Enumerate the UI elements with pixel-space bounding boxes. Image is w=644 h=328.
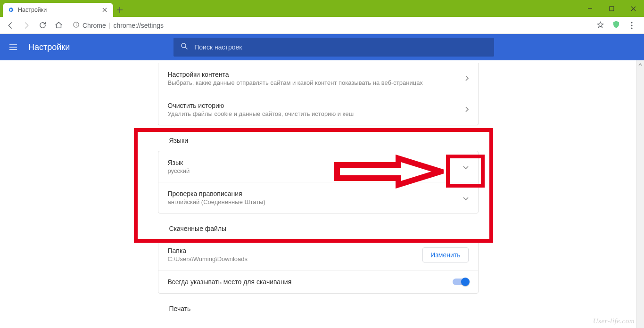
svg-point-6 <box>182 43 186 48</box>
settings-content: Настройки контента Выбрать, какие данные… <box>0 60 636 328</box>
menu-icon[interactable] <box>8 41 19 53</box>
row-title: Проверка правописания <box>168 190 463 197</box>
new-tab-button[interactable] <box>113 3 126 17</box>
page-title: Настройки <box>28 42 70 52</box>
forward-button[interactable] <box>20 19 33 32</box>
spellcheck-row[interactable]: Проверка правописания английский (Соедин… <box>158 182 478 213</box>
reload-button[interactable] <box>36 19 49 32</box>
row-subtitle: Выбрать, какие данные отправлять сайтам … <box>168 79 465 86</box>
browser-titlebar: Настройки <box>0 0 644 17</box>
chevron-right-icon <box>465 106 469 114</box>
maximize-button[interactable] <box>601 0 622 17</box>
row-title: Папка <box>168 247 423 254</box>
overflow-menu-icon[interactable] <box>625 22 638 29</box>
row-subtitle: русский <box>168 167 463 174</box>
svg-point-5 <box>631 27 632 29</box>
row-title: Язык <box>168 159 463 166</box>
languages-card: Язык русский Проверка правописания англи… <box>158 151 479 213</box>
clear-history-row[interactable]: Очистить историю Удалить файлы cookie и … <box>158 94 478 125</box>
svg-point-2 <box>76 23 77 24</box>
shield-extension-icon[interactable] <box>612 20 620 31</box>
row-title: Всегда указывать место для скачивания <box>168 278 453 286</box>
row-subtitle: английский (Соединенные Штаты) <box>168 198 463 205</box>
settings-search-input[interactable] <box>194 43 487 51</box>
gear-icon <box>8 7 14 13</box>
row-title: Настройки контента <box>168 71 465 78</box>
svg-point-3 <box>631 22 632 23</box>
back-button[interactable] <box>4 19 17 32</box>
download-folder-row: Папка C:\Users\Wuming\Downloads Изменить <box>158 239 478 270</box>
svg-point-4 <box>631 25 632 26</box>
url-text: chrome://settings <box>113 22 164 29</box>
window-close-button[interactable] <box>622 0 644 17</box>
site-info-icon[interactable] <box>73 21 80 30</box>
chip-divider: | <box>109 22 111 29</box>
origin-chip: Chrome <box>83 22 106 29</box>
svg-rect-0 <box>610 7 614 11</box>
row-title: Очистить историю <box>168 102 465 109</box>
scroll-up-icon[interactable] <box>636 60 644 68</box>
row-subtitle: Удалить файлы cookie и данные сайтов, оч… <box>168 110 465 117</box>
settings-header: Настройки <box>0 34 644 60</box>
downloads-section-label: Скаченные файлы <box>158 225 479 232</box>
languages-section-label: Языки <box>158 137 479 144</box>
row-subtitle: C:\Users\Wuming\Downloads <box>168 255 423 262</box>
vertical-scrollbar[interactable] <box>636 60 644 328</box>
search-icon <box>180 42 189 52</box>
chevron-down-icon <box>463 163 469 171</box>
ask-where-toggle[interactable] <box>453 279 469 285</box>
privacy-card: Настройки контента Выбрать, какие данные… <box>158 63 479 125</box>
change-folder-button[interactable]: Изменить <box>422 247 468 262</box>
settings-search[interactable] <box>173 38 494 57</box>
print-section-label: Печать <box>158 305 479 312</box>
language-row[interactable]: Язык русский <box>158 151 478 182</box>
chevron-right-icon <box>465 74 469 83</box>
content-settings-row[interactable]: Настройки контента Выбрать, какие данные… <box>158 63 478 94</box>
extension-icons <box>612 20 640 31</box>
browser-tab-settings[interactable]: Настройки <box>3 3 113 17</box>
browser-toolbar: Chrome | chrome://settings <box>0 17 644 34</box>
tab-title: Настройки <box>18 7 47 13</box>
bookmark-star-icon[interactable] <box>596 21 604 30</box>
window-controls <box>579 0 644 17</box>
close-icon[interactable] <box>101 6 108 14</box>
ask-where-row: Всегда указывать место для скачивания <box>158 270 478 293</box>
downloads-card: Папка C:\Users\Wuming\Downloads Изменить… <box>158 239 479 294</box>
address-bar[interactable]: Chrome | chrome://settings <box>68 19 609 32</box>
home-button[interactable] <box>52 19 65 32</box>
minimize-button[interactable] <box>579 0 601 17</box>
chevron-down-icon <box>463 194 469 202</box>
